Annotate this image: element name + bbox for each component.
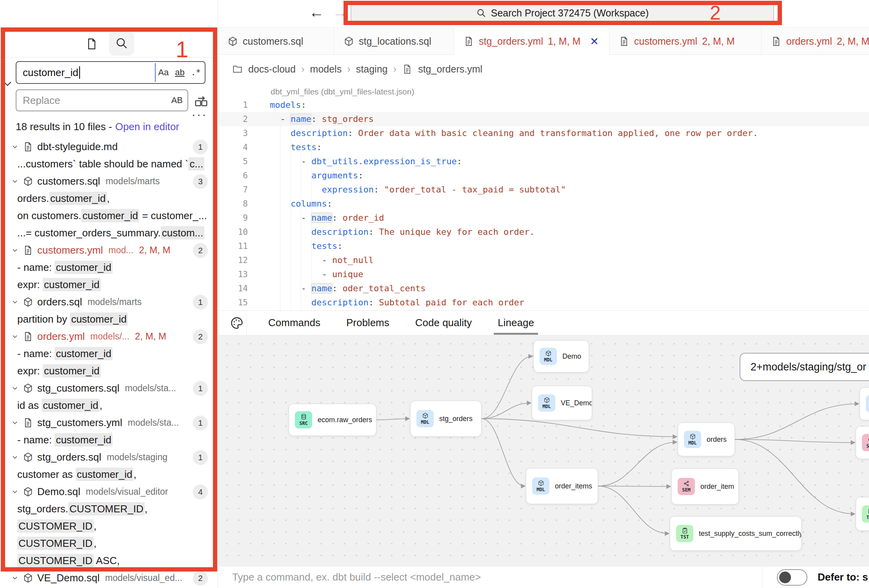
editor-tab-stg_locations.sql[interactable]: stg_locations.sql xyxy=(334,28,454,55)
whole-word-button[interactable]: ab xyxy=(175,67,184,78)
search-result-match[interactable]: - name: customer_id xyxy=(0,345,218,362)
search-result-match[interactable]: CUSTOMER_ID, xyxy=(0,535,218,552)
breadcrumb-item[interactable]: docs-cloud xyxy=(248,64,296,75)
search-result-file-row[interactable]: customers.ymlmod...2, M, M2 xyxy=(0,241,218,259)
match-case-button[interactable]: Aa xyxy=(158,67,169,78)
find-input[interactable]: customer_id Aa ab .* xyxy=(16,61,205,84)
search-result-file-row[interactable]: stg_orders.sqlmodels/staging1 xyxy=(0,448,218,466)
search-result-match[interactable]: ...customers` table should be named `c..… xyxy=(0,155,218,172)
code-text: - unique xyxy=(270,267,363,281)
badge-mdl-icon: MDL xyxy=(540,348,557,365)
project-search-bar[interactable]: Search Project 372475 (Workspace) xyxy=(351,3,774,23)
result-file-path: models/sta... xyxy=(125,383,176,394)
new-file-button[interactable] xyxy=(81,33,103,55)
search-result-file-row[interactable]: orders.sqlmodels/marts1 xyxy=(0,293,218,310)
code-line: 13- unique xyxy=(218,267,869,281)
lineage-node-order_items[interactable]: MDLorder_items xyxy=(526,468,598,504)
search-result-file-row[interactable]: customers.sqlmodels/marts3 xyxy=(0,172,218,190)
panel-tab-problems[interactable]: Problems xyxy=(346,317,389,329)
lineage-canvas[interactable]: 2+models/staging/stg_or SRCecom.raw_orde… xyxy=(218,335,869,566)
indent-guide xyxy=(301,115,301,310)
editor-tab-orders.yml[interactable]: orders.yml2, M, M xyxy=(762,28,869,55)
search-result-match[interactable]: stg_orders.CUSTOMER_ID, xyxy=(0,500,218,517)
breadcrumb-item[interactable]: staging xyxy=(356,64,388,75)
search-result-match[interactable]: CUSTOMER_ID, xyxy=(0,517,218,535)
line-number: 7 xyxy=(218,183,248,197)
defer-toggle[interactable] xyxy=(777,569,807,586)
code-editor[interactable]: dbt_yml_files (dbt_yml_files-latest.json… xyxy=(218,83,869,310)
search-result-match[interactable]: on customers.customer_id = customer_... xyxy=(0,207,218,224)
forward-button[interactable]: → xyxy=(333,4,347,21)
match-context: - name: xyxy=(17,434,55,446)
search-result-match[interactable]: orders.customer_id, xyxy=(0,190,218,207)
code-line: 8columns: xyxy=(218,197,869,211)
badge-label: MDL xyxy=(688,440,697,446)
match-context: expr: xyxy=(17,365,43,377)
editor-tab-customers.sql[interactable]: customers.sql xyxy=(218,28,334,55)
lineage-node-orders[interactable]: MDLorders xyxy=(678,423,735,456)
search-result-file-row[interactable]: Demo.sqlmodels/visual_editor4 xyxy=(0,483,218,500)
search-result-file-row[interactable]: stg_customers.ymlmodels/sta...1 xyxy=(0,414,218,431)
replace-all-icon[interactable] xyxy=(194,93,209,108)
more-options-button[interactable]: ··· xyxy=(191,107,207,122)
search-result-file-row[interactable]: dbt-styleguide.md1 xyxy=(0,138,218,155)
code-token: not_null xyxy=(332,255,374,265)
search-result-file-row[interactable]: VE_Demo.sqlmodels/visual_ed...2 xyxy=(0,569,218,586)
lineage-node-stg_orders[interactable]: MDLstg_orders xyxy=(410,401,482,437)
lineage-node-p3[interactable]: TST xyxy=(856,497,869,531)
badge-mdl-icon: MDL xyxy=(416,410,434,427)
dbt-cloud-ide: ← → Search Project 372475 (Workspace) cu… xyxy=(0,0,869,588)
badge-mdl-icon: MDL xyxy=(866,395,869,412)
lineage-node-test_supply_costs_sum_correctly[interactable]: TSTtest_supply_costs_sum_correctly xyxy=(670,516,802,551)
result-file-path: models/... xyxy=(90,331,129,342)
command-input[interactable]: Type a command, ex. dbt build --select <… xyxy=(232,566,481,588)
search-icon xyxy=(115,36,128,50)
open-in-editor-link[interactable]: Open in editor xyxy=(115,121,179,132)
lineage-node-Demo[interactable]: MDLDemo xyxy=(533,340,589,372)
search-result-match[interactable]: ...= customer_orders_summary.custom... xyxy=(0,224,218,241)
editor-tab-stg_orders.yml[interactable]: stg_orders.yml1, M, M✕ xyxy=(454,28,609,55)
replace-input[interactable]: Replace AB xyxy=(16,89,188,111)
editor-tab-customers.yml[interactable]: customers.yml2, M, M xyxy=(609,28,762,55)
close-icon[interactable]: ✕ xyxy=(590,35,599,48)
search-result-match[interactable]: expr: customer_id xyxy=(0,362,218,379)
search-result-match[interactable]: partition by customer_id xyxy=(0,310,218,328)
breadcrumb-item[interactable]: models xyxy=(310,64,342,75)
search-result-match[interactable]: id as customer_id, xyxy=(0,397,218,414)
code-token: : xyxy=(369,298,374,307)
model-icon xyxy=(23,176,33,187)
preserve-case-button[interactable]: AB xyxy=(171,95,183,105)
match-context: stg_orders. xyxy=(17,503,68,515)
code-token: description xyxy=(311,298,369,307)
search-result-match[interactable]: expr: customer_id xyxy=(0,276,218,293)
lineage-node-ecom.raw_orders[interactable]: SRCecom.raw_orders xyxy=(289,404,376,436)
search-result-file-row[interactable]: orders.ymlmodels/...2, M, M2 xyxy=(0,328,218,345)
panel-tab-commands[interactable]: Commands xyxy=(268,317,320,329)
search-result-match[interactable]: - name: customer_id xyxy=(0,259,218,276)
lineage-node-p1[interactable]: MDL xyxy=(860,387,869,420)
search-result-match[interactable]: customer as customer_id, xyxy=(0,466,218,483)
panel-tab-code-quality[interactable]: Code quality xyxy=(415,317,472,329)
lineage-node-p2[interactable]: SEM xyxy=(856,426,869,459)
chevron-down-icon xyxy=(11,419,19,426)
search-result-match[interactable]: - name: customer_id xyxy=(0,431,218,448)
search-result-match[interactable]: CUSTOMER_ID ASC, xyxy=(0,552,218,569)
breadcrumb-file[interactable]: stg_orders.yml xyxy=(418,64,482,75)
code-token: : xyxy=(348,128,353,138)
line-number: 2 xyxy=(218,112,248,126)
lineage-node-order_item[interactable]: SEMorder_item xyxy=(671,468,739,505)
palette-icon[interactable] xyxy=(230,316,244,330)
result-file-status: 2, M, M xyxy=(135,331,166,342)
result-file-name: customers.yml xyxy=(37,244,103,256)
back-button[interactable]: ← xyxy=(309,4,324,21)
tab-status: 2, M, M xyxy=(702,36,734,47)
panel-tab-lineage[interactable]: Lineage xyxy=(498,317,534,329)
toggle-replace-chevron-icon[interactable] xyxy=(2,78,13,89)
regex-button[interactable]: .* xyxy=(191,68,201,77)
lineage-node-VE_Demo[interactable]: MDLVE_Demo xyxy=(532,386,592,420)
search-result-file-row[interactable]: stg_customers.sqlmodels/sta...1 xyxy=(0,379,218,397)
search-panel-button[interactable] xyxy=(109,31,134,56)
lineage-selector-box[interactable]: 2+models/staging/stg_or xyxy=(740,353,869,381)
code-token: description xyxy=(291,128,348,138)
code-token: oder_total_cents xyxy=(337,283,425,293)
